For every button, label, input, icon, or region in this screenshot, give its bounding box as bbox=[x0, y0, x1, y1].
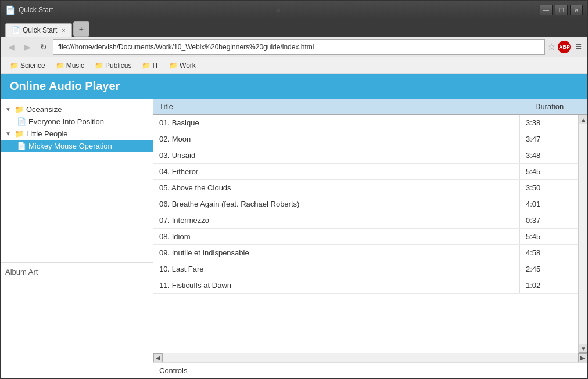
album-art-label: Album Art bbox=[5, 268, 38, 276]
adblock-button[interactable]: ABP bbox=[558, 41, 571, 53]
track-duration: 0:37 bbox=[520, 212, 578, 228]
bookmark-science[interactable]: 📁 Science bbox=[5, 60, 50, 71]
bookmark-label: Work bbox=[180, 62, 196, 70]
track-title: 10. Last Fare bbox=[153, 261, 520, 277]
track-row[interactable]: 10. Last Fare 2:45 bbox=[153, 261, 578, 277]
bookmark-work[interactable]: 📁 Work bbox=[164, 60, 200, 71]
table-header: Title Duration bbox=[153, 99, 587, 115]
bookmark-music[interactable]: 📁 Music bbox=[51, 60, 89, 71]
restore-btn[interactable]: ❐ bbox=[555, 5, 568, 15]
track-row[interactable]: 09. Inutile et Indispensable 4:58 bbox=[153, 245, 578, 261]
track-row[interactable]: 08. Idiom 5:45 bbox=[153, 229, 578, 245]
close-btn[interactable]: ✕ bbox=[570, 5, 583, 15]
track-title: 03. Unsaid bbox=[153, 147, 520, 163]
window-title: Quick Start bbox=[19, 6, 271, 14]
scroll-down-button[interactable]: ▼ bbox=[579, 344, 587, 353]
sidebar: ▼ 📁 Oceansize 📄 Everyone Into Position ▼… bbox=[1, 99, 153, 378]
scroll-track[interactable] bbox=[579, 124, 587, 344]
track-duration: 3:47 bbox=[520, 131, 578, 147]
bookmark-label: IT bbox=[152, 62, 159, 70]
track-row[interactable]: 02. Moon 3:47 bbox=[153, 131, 578, 147]
tree-item-label: Mickey Mouse Operation bbox=[28, 142, 112, 150]
track-title: 04. Eitheror bbox=[153, 164, 520, 179]
app-title: Online Audio Player bbox=[10, 80, 120, 92]
tree-item-label: Oceansize bbox=[26, 105, 62, 114]
track-row[interactable]: 11. Fisticuffs at Dawn 1:02 bbox=[153, 277, 578, 294]
track-title: 01. Basique bbox=[153, 115, 520, 131]
tab-close-icon[interactable]: × bbox=[62, 27, 65, 34]
main-panel: Title Duration 01. Basique 3:38 02. Moon… bbox=[153, 99, 587, 378]
controls-bar: Controls bbox=[153, 362, 587, 378]
folder-icon: 📁 bbox=[169, 62, 178, 70]
column-header-title: Title bbox=[153, 99, 529, 114]
collapse-toggle-icon: ▼ bbox=[5, 106, 12, 113]
file-icon: 📄 bbox=[17, 117, 26, 126]
tab-close-btn[interactable]: × bbox=[277, 6, 280, 13]
sidebar-tree: ▼ 📁 Oceansize 📄 Everyone Into Position ▼… bbox=[1, 99, 153, 262]
track-duration: 3:50 bbox=[520, 180, 578, 196]
track-list: 01. Basique 3:38 02. Moon 3:47 03. Unsai… bbox=[153, 115, 578, 353]
bookmark-star-icon[interactable]: ☆ bbox=[547, 41, 555, 52]
bookmark-label: Science bbox=[20, 62, 45, 70]
track-title: 02. Moon bbox=[153, 131, 520, 147]
refresh-button[interactable]: ↻ bbox=[37, 40, 51, 54]
forward-button[interactable]: ▶ bbox=[20, 40, 34, 54]
nav-bar: ◀ ▶ ↻ ☆ ABP ≡ bbox=[1, 37, 587, 57]
back-button[interactable]: ◀ bbox=[4, 40, 18, 54]
scroll-left-button[interactable]: ◀ bbox=[153, 353, 163, 363]
track-row[interactable]: 03. Unsaid 3:48 bbox=[153, 147, 578, 164]
tree-item-label: Little People bbox=[26, 129, 68, 138]
address-bar[interactable] bbox=[53, 39, 545, 55]
bookmark-label: Publicus bbox=[105, 62, 131, 70]
title-bar: 📄 Quick Start × — ❐ ✕ bbox=[1, 1, 587, 19]
track-duration: 5:45 bbox=[520, 164, 578, 179]
track-title: 06. Breathe Again (feat. Rachael Roberts… bbox=[153, 196, 520, 212]
folder-icon: 📁 bbox=[15, 105, 24, 114]
track-row[interactable]: 01. Basique 3:38 bbox=[153, 115, 578, 131]
sidebar-item-everyone-into-position[interactable]: 📄 Everyone Into Position bbox=[1, 115, 153, 128]
window-controls: — ❐ ✕ bbox=[540, 5, 583, 15]
folder-icon: 📁 bbox=[56, 62, 64, 70]
track-title: 08. Idiom bbox=[153, 229, 520, 244]
folder-icon: 📁 bbox=[95, 62, 103, 70]
app-body: ▼ 📁 Oceansize 📄 Everyone Into Position ▼… bbox=[1, 99, 587, 378]
track-duration: 1:02 bbox=[520, 277, 578, 293]
column-header-duration: Duration bbox=[529, 99, 587, 114]
tree-item-label: Everyone Into Position bbox=[28, 117, 104, 126]
track-table: Title Duration 01. Basique 3:38 02. Moon… bbox=[153, 99, 587, 362]
track-title: 07. Intermezzo bbox=[153, 212, 520, 228]
scroll-up-button[interactable]: ▲ bbox=[579, 115, 587, 124]
bookmark-it[interactable]: 📁 IT bbox=[137, 60, 163, 71]
track-duration: 5:45 bbox=[520, 229, 578, 244]
track-row[interactable]: 05. Above the Clouds 3:50 bbox=[153, 180, 578, 196]
new-tab-button[interactable]: + bbox=[73, 21, 89, 37]
track-title: 05. Above the Clouds bbox=[153, 180, 520, 196]
track-duration: 2:45 bbox=[520, 261, 578, 277]
file-icon: 📄 bbox=[17, 142, 26, 150]
bookmark-publicus[interactable]: 📁 Publicus bbox=[90, 60, 136, 71]
track-title: 11. Fisticuffs at Dawn bbox=[153, 277, 520, 293]
scroll-right-button[interactable]: ▶ bbox=[578, 353, 587, 363]
track-duration: 3:48 bbox=[520, 147, 578, 163]
track-row[interactable]: 04. Eitheror 5:45 bbox=[153, 164, 578, 180]
collapse-toggle-icon: ▼ bbox=[5, 131, 12, 137]
horizontal-scrollbar: ◀ ▶ bbox=[153, 353, 587, 362]
browser-window: 📄 Quick Start × — ❐ ✕ 📄 Quick Start × + … bbox=[0, 0, 588, 379]
minimize-btn[interactable]: — bbox=[540, 5, 553, 15]
h-scroll-track[interactable] bbox=[163, 353, 578, 362]
bookmark-label: Music bbox=[66, 62, 84, 70]
album-art-section: Album Art bbox=[1, 262, 153, 378]
bookmarks-bar: 📁 Science 📁 Music 📁 Publicus 📁 IT 📁 Work bbox=[1, 57, 587, 74]
sidebar-item-little-people[interactable]: ▼ 📁 Little People bbox=[1, 128, 153, 140]
tab-icon: 📄 bbox=[12, 26, 20, 34]
track-row[interactable]: 07. Intermezzo 0:37 bbox=[153, 212, 578, 229]
tab-label: Quick Start bbox=[23, 26, 57, 34]
folder-icon: 📁 bbox=[142, 62, 150, 70]
active-tab[interactable]: 📄 Quick Start × bbox=[5, 23, 72, 37]
menu-button[interactable]: ≡ bbox=[573, 41, 584, 53]
track-duration: 3:38 bbox=[520, 115, 578, 131]
folder-icon: 📁 bbox=[15, 129, 24, 138]
sidebar-item-oceansize[interactable]: ▼ 📁 Oceansize bbox=[1, 103, 153, 115]
sidebar-item-mickey-mouse-operation[interactable]: 📄 Mickey Mouse Operation bbox=[1, 140, 153, 152]
track-row[interactable]: 06. Breathe Again (feat. Rachael Roberts… bbox=[153, 196, 578, 212]
